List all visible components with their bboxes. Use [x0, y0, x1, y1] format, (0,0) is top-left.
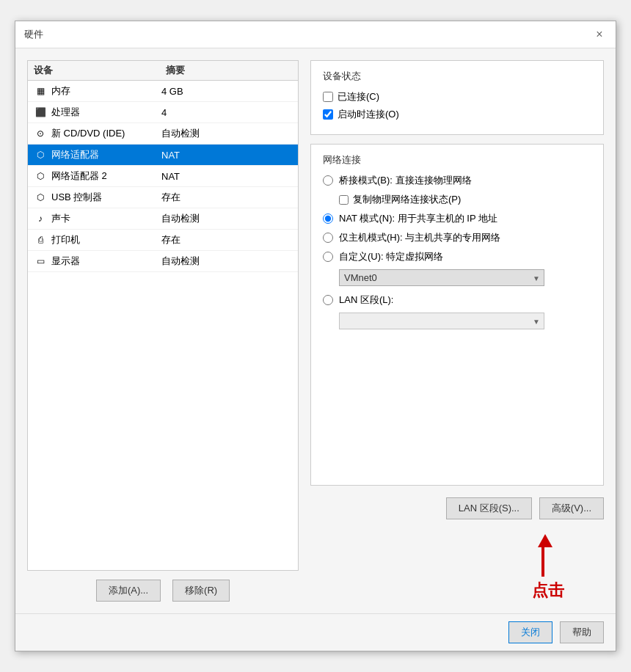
- dialog-title: 硬件: [24, 28, 43, 41]
- help-button[interactable]: 帮助: [560, 621, 604, 643]
- device-icon: ▭: [34, 255, 47, 268]
- device-label: 处理器: [51, 106, 80, 119]
- device-label: 打印机: [51, 233, 80, 246]
- device-name: ⎙打印机: [34, 233, 161, 246]
- summary-col-header: 摘要: [166, 64, 292, 77]
- device-summary: 4: [161, 107, 292, 118]
- left-panel-buttons: 添加(A)... 移除(R): [27, 580, 299, 602]
- device-icon: ⊙: [34, 127, 47, 140]
- lan-dropdown-container: ▼: [339, 313, 544, 329]
- network-section: 网络连接 桥接模式(B): 直接连接物理网络 复制物理网络连接状态(P) NAT…: [310, 144, 604, 486]
- bridge-radio[interactable]: [323, 175, 333, 186]
- custom-label: 自定义(U): 特定虚拟网络: [339, 250, 443, 263]
- device-name: ⬡USB 控制器: [34, 191, 161, 204]
- device-summary: NAT: [161, 150, 292, 161]
- lan-row: LAN 区段(L):: [323, 293, 591, 307]
- add-device-button[interactable]: 添加(A)...: [96, 580, 161, 602]
- copy-state-label: 复制物理网络连接状态(P): [353, 193, 461, 206]
- connected-row: 已连接(C): [323, 90, 591, 103]
- startup-row: 启动时连接(O): [323, 108, 591, 121]
- hostonly-label: 仅主机模式(H): 与主机共享的专用网络: [339, 231, 500, 244]
- copy-state-checkbox[interactable]: [339, 195, 349, 205]
- device-name: ♪声卡: [34, 212, 161, 225]
- table-row[interactable]: ⎙打印机存在: [28, 230, 298, 251]
- custom-radio[interactable]: [323, 252, 333, 262]
- nat-row: NAT 模式(N): 用于共享主机的 IP 地址: [323, 212, 591, 225]
- close-icon[interactable]: ×: [592, 27, 607, 42]
- arrow-annotation: 点击: [532, 534, 564, 602]
- left-panel: 设备 摘要 ▦内存4 GB⬛处理器4⊙新 CD/DVD (IDE)自动检测⬡网络…: [27, 60, 299, 602]
- device-summary: 自动检测: [161, 127, 292, 140]
- device-label: 声卡: [51, 212, 70, 225]
- device-col-header: 设备: [34, 64, 166, 77]
- vmnet-select[interactable]: VMnet0: [339, 269, 544, 286]
- connected-checkbox[interactable]: [323, 92, 333, 102]
- connected-label: 已连接(C): [338, 90, 379, 103]
- bridge-label: 桥接模式(B): 直接连接物理网络: [339, 174, 472, 187]
- device-summary: 自动检测: [161, 255, 292, 268]
- table-row[interactable]: ⬛处理器4: [28, 102, 298, 123]
- vmnet-dropdown-container: VMnet0 ▼: [339, 269, 544, 286]
- custom-row: 自定义(U): 特定虚拟网络: [323, 250, 591, 263]
- device-icon: ⎙: [34, 233, 47, 246]
- vmnet-dropdown-row: VMnet0 ▼: [339, 269, 591, 286]
- arrow-shaft: [541, 547, 544, 577]
- table-row[interactable]: ▭显示器自动检测: [28, 251, 298, 272]
- lan-dropdown-row: ▼: [339, 313, 591, 329]
- dialog-body: 设备 摘要 ▦内存4 GB⬛处理器4⊙新 CD/DVD (IDE)自动检测⬡网络…: [15, 48, 616, 613]
- bridge-row: 桥接模式(B): 直接连接物理网络: [323, 174, 591, 187]
- annotation-text: 点击: [532, 580, 564, 602]
- nat-label: NAT 模式(N): 用于共享主机的 IP 地址: [339, 212, 497, 225]
- device-name: ⬛处理器: [34, 106, 161, 119]
- close-button[interactable]: 关闭: [508, 621, 552, 643]
- remove-device-button[interactable]: 移除(R): [172, 580, 230, 602]
- device-label: 新 CD/DVD (IDE): [51, 127, 125, 140]
- action-buttons-row: LAN 区段(S)... 高级(V)...: [310, 497, 604, 519]
- device-icon: ⬡: [34, 169, 47, 183]
- table-row[interactable]: ⬡网络适配器NAT: [28, 145, 298, 166]
- startup-label: 启动时连接(O): [338, 108, 399, 121]
- device-name: ▦内存: [34, 84, 161, 98]
- device-label: 网络适配器: [51, 148, 99, 161]
- device-summary: NAT: [161, 171, 292, 182]
- lan-label: LAN 区段(L):: [339, 293, 393, 307]
- table-row[interactable]: ▦内存4 GB: [28, 81, 298, 102]
- device-status-title: 设备状态: [323, 70, 591, 83]
- device-label: 显示器: [51, 255, 80, 268]
- table-row[interactable]: ⬡USB 控制器存在: [28, 187, 298, 208]
- device-icon: ▦: [34, 84, 47, 98]
- table-row[interactable]: ⊙新 CD/DVD (IDE)自动检测: [28, 123, 298, 145]
- device-summary: 自动检测: [161, 212, 292, 225]
- device-icon: ⬡: [34, 148, 47, 161]
- lan-select[interactable]: [339, 313, 544, 329]
- annotation-area: 点击: [310, 534, 604, 602]
- title-bar: 硬件 ×: [15, 21, 616, 48]
- table-row[interactable]: ⬡网络适配器 2NAT: [28, 166, 298, 187]
- startup-checkbox[interactable]: [323, 109, 333, 120]
- right-panel: 设备状态 已连接(C) 启动时连接(O) 网络连接 桥接模式(B): 直接连接物…: [310, 60, 604, 602]
- lan-segments-button[interactable]: LAN 区段(S)...: [446, 497, 532, 519]
- hostonly-radio[interactable]: [323, 233, 333, 243]
- hardware-dialog: 硬件 × 设备 摘要 ▦内存4 GB⬛处理器4⊙新 CD/DVD (IDE)自动…: [15, 21, 616, 651]
- nat-radio[interactable]: [323, 213, 333, 224]
- advanced-button[interactable]: 高级(V)...: [539, 497, 604, 519]
- network-title: 网络连接: [323, 153, 591, 167]
- device-name: ⬡网络适配器 2: [34, 169, 161, 183]
- device-icon: ⬛: [34, 106, 47, 119]
- device-name: ⊙新 CD/DVD (IDE): [34, 127, 161, 140]
- device-status-section: 设备状态 已连接(C) 启动时连接(O): [310, 60, 604, 135]
- dialog-footer: 关闭 帮助: [15, 613, 616, 651]
- hostonly-row: 仅主机模式(H): 与主机共享的专用网络: [323, 231, 591, 244]
- device-icon: ⬡: [34, 191, 47, 204]
- device-name: ⬡网络适配器: [34, 148, 161, 161]
- copy-state-row: 复制物理网络连接状态(P): [339, 193, 591, 206]
- table-row[interactable]: ♪声卡自动检测: [28, 208, 298, 230]
- lan-radio[interactable]: [323, 295, 333, 305]
- device-label: USB 控制器: [51, 191, 102, 204]
- device-summary: 存在: [161, 233, 292, 246]
- arrow-up-icon: [538, 534, 552, 547]
- table-header: 设备 摘要: [28, 61, 298, 81]
- device-name: ▭显示器: [34, 255, 161, 268]
- device-rows: ▦内存4 GB⬛处理器4⊙新 CD/DVD (IDE)自动检测⬡网络适配器NAT…: [28, 81, 298, 272]
- device-label: 内存: [51, 84, 70, 98]
